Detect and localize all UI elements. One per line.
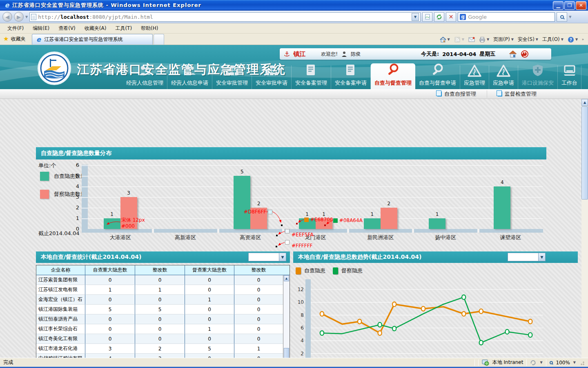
document-copy-icon [437, 92, 442, 96]
line-chart-plot: 02468101220102011201220132014 [293, 263, 578, 368]
welcome-label: 欢迎您! [321, 51, 338, 58]
address-input[interactable]: http://localhost:8080/yjpt/Main.html ▼ [29, 12, 421, 22]
minimize-button[interactable]: ▁ [553, 1, 564, 10]
zone-label: 本地 Intranet [492, 359, 523, 366]
anchor-icon: ⚓ [284, 50, 290, 58]
read-mail-button[interactable] [468, 36, 475, 43]
nav-item-8[interactable]: 应急管理 [460, 65, 489, 89]
nav-item-10[interactable]: 港口设施保安 [518, 65, 558, 89]
cell-value: 5 [135, 305, 185, 314]
menu-item-0[interactable]: 文件(F) [3, 24, 28, 33]
tools-menu[interactable]: 工具(O)▼ [542, 36, 564, 43]
table-row-2[interactable]: 金海宏业（镇江）石0010 [36, 295, 290, 305]
home-button[interactable]: ▼ [440, 36, 450, 43]
search-options-icon[interactable]: ▼ [569, 15, 571, 19]
nav-item-6[interactable]: 自查与督查管理 [371, 63, 415, 89]
nav-item-2[interactable]: 安全审批管理 [212, 65, 252, 89]
gridline [88, 186, 543, 187]
browser-window: e 江苏省港口安全监管与应急管理系统 - Windows Internet Ex… [0, 0, 588, 368]
table-row-4[interactable]: 镇江恒泰沥青产品0000 [36, 314, 290, 324]
bar-category-label-5: 扬中港区 [417, 234, 474, 241]
protected-mode-icon[interactable] [530, 360, 537, 366]
subnav-item-0[interactable]: 自查自报管理 [427, 90, 487, 98]
zoom-icon [550, 361, 553, 364]
refresh-button[interactable] [434, 12, 444, 22]
legend-label: 自查隐患数量 [54, 173, 86, 180]
stop-button[interactable]: ✕ [446, 12, 456, 22]
subnav-item-1[interactable]: 监督检查管理 [487, 90, 547, 98]
table-row-6[interactable]: 镇江奇美化工有限0000 [36, 334, 290, 344]
cell-value: 0 [185, 314, 234, 324]
bar-selfcheck-5[interactable] [429, 218, 445, 229]
address-dropdown-button[interactable]: ▼ [412, 13, 419, 21]
maximize-button[interactable]: ❐ [564, 1, 575, 10]
forward-button[interactable]: ▶ [14, 12, 24, 22]
user-name: 陈俊 [351, 51, 361, 58]
menu-item-5[interactable]: 帮助(H) [137, 24, 162, 33]
close-button[interactable]: ✕ [576, 1, 586, 10]
annotation-row-bg [285, 239, 290, 245]
table-row-1[interactable]: 江苏镇江发电有限1100 [36, 285, 290, 295]
overflow-chevron-icon[interactable]: » [582, 38, 584, 41]
feeds-button[interactable]: ▼ [454, 36, 464, 43]
compatibility-view-button[interactable] [422, 12, 432, 22]
nav-item-7[interactable]: 自查与督查申请 [415, 65, 460, 89]
bar-value-label: 4 [494, 180, 510, 185]
search-input[interactable]: g Google [458, 12, 555, 22]
home-shortcut-icon[interactable] [508, 50, 517, 58]
bar-category-label-6: 谏壁港区 [482, 234, 539, 241]
nav-item-11[interactable]: 工作台 [558, 65, 581, 89]
line-panel-dropdown[interactable]: ▼ [508, 253, 546, 261]
back-button[interactable]: ◀ [2, 12, 12, 22]
table-row-7[interactable]: 镇江市港龙石化港3251 [36, 344, 290, 354]
logout-power-icon[interactable] [521, 50, 529, 58]
nav-item-4[interactable]: 安全备案管理 [292, 65, 331, 89]
dropdown-arrow-icon[interactable]: ▼ [279, 253, 286, 261]
menu-item-2[interactable]: 查看(V) [54, 24, 80, 33]
bar-selfcheck-2[interactable] [234, 176, 250, 229]
print-button[interactable]: ▼ [479, 36, 489, 43]
scrollbar-thumb[interactable] [581, 106, 588, 200]
table-row-5[interactable]: 镇江李长荣综合石0010 [36, 324, 290, 334]
bar-supervise-4[interactable] [381, 208, 397, 229]
help-menu[interactable]: ? ▼ [568, 36, 578, 43]
nav-item-0[interactable]: 经营人信息管理 [122, 65, 167, 89]
nav-item-label: 安全备案申请 [335, 78, 367, 89]
menu-item-4[interactable]: 工具(T) [111, 24, 136, 33]
page-scrollbar[interactable]: ▲ ▼ [581, 99, 588, 368]
nav-item-9[interactable]: 应急申请 [489, 65, 518, 89]
favorites-star-icon[interactable]: ★ [3, 35, 9, 43]
user-bar: ⚓ 镇江 欢迎您! 陈俊 今天是: 2014-04-04 星期五 [280, 48, 551, 60]
nav-item-3[interactable]: 安全审批申请 [252, 65, 292, 89]
column-header-2: 整改数 [135, 265, 185, 275]
scroll-up-icon[interactable]: ▲ [284, 275, 289, 281]
zoom-level[interactable]: 100% [556, 360, 570, 366]
scroll-up-icon[interactable]: ▲ [581, 99, 588, 106]
bar-selfcheck-0[interactable] [104, 218, 120, 229]
safety-menu[interactable]: 安全(S)▼ [518, 36, 538, 43]
cell-value: 0 [234, 285, 283, 295]
bar-y-tick: 6 [70, 162, 79, 168]
history-dropdown-icon[interactable]: ▼ [25, 15, 28, 19]
menu-item-3[interactable]: 收藏夹(A) [80, 24, 111, 33]
bar-y-tick: 2 [70, 204, 79, 211]
menu-item-1[interactable]: 编辑(E) [29, 24, 53, 33]
bar-selfcheck-4[interactable] [364, 218, 381, 229]
table-panel-dropdown[interactable]: ▼ [248, 253, 286, 261]
site-header: 江苏省港口安全监管与应急管理系统 ⚓ 镇江 欢迎您! 陈俊 今天是: 2014-… [0, 45, 588, 89]
new-tab-button[interactable] [154, 34, 164, 45]
table-row-3[interactable]: 镇江港国际集装箱5500 [36, 305, 290, 314]
nav-item-label: 安全审批管理 [216, 78, 248, 89]
nav-item-label: 安全备案管理 [295, 78, 327, 89]
browser-tab[interactable]: e 江苏省港口安全监管与应急管理系统 [32, 34, 153, 45]
table-row-0[interactable]: 江苏索普集团有限0000 [36, 275, 290, 285]
dropdown-arrow-icon[interactable]: ▼ [538, 253, 545, 261]
bar-selfcheck-6[interactable] [494, 186, 510, 229]
search-button[interactable] [557, 12, 567, 22]
page-menu[interactable]: 页面(P)▼ [493, 36, 514, 43]
table-scrollbar[interactable]: ▲ ▼ [283, 275, 290, 368]
nav-item-1[interactable]: 经营人信息申请 [167, 65, 212, 89]
favorites-label[interactable]: 收藏夹 [11, 36, 25, 43]
line-chart-panel: 自查隐患督察隐患 02468101220102011201220132014 [293, 263, 578, 368]
nav-item-5[interactable]: 安全备案申请 [331, 65, 371, 89]
